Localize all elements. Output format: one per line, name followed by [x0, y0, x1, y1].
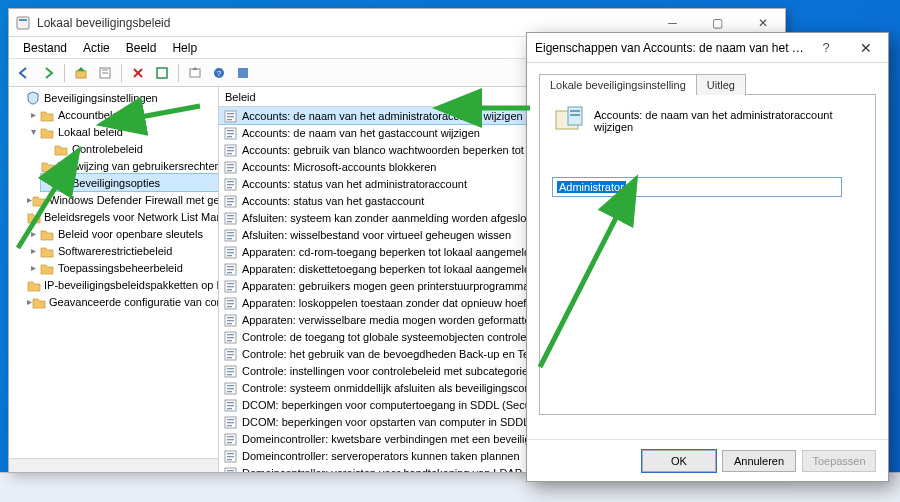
tree-item[interactable]: IP-beveiligingsbeleidspakketten op Lo…: [27, 276, 218, 293]
props-icon[interactable]: [94, 62, 116, 84]
expander-icon[interactable]: ▸: [27, 228, 39, 239]
main-title: Lokaal beveiligingsbeleid: [37, 16, 650, 30]
menu-view[interactable]: Beeld: [118, 39, 165, 57]
folder-icon: [27, 209, 41, 225]
svg-rect-30: [227, 181, 234, 182]
tree-subitem[interactable]: Controlebeleid: [41, 140, 218, 157]
expander-icon[interactable]: ▸: [27, 262, 39, 273]
svg-rect-44: [227, 238, 232, 239]
menu-action[interactable]: Actie: [75, 39, 118, 57]
help2-icon[interactable]: [232, 62, 254, 84]
policy-item-label: Apparaten: diskettetoegang beperken tot …: [242, 263, 550, 275]
policy-item-icon: [223, 295, 239, 311]
tree-item-label: Beleid voor openbare sleutels: [58, 228, 203, 240]
svg-rect-96: [227, 459, 232, 460]
svg-rect-80: [227, 391, 232, 392]
svg-rect-90: [227, 436, 234, 437]
tree-item[interactable]: ▸Windows Defender Firewall met geava…: [27, 191, 218, 208]
delete-icon[interactable]: [127, 62, 149, 84]
tab-local-security[interactable]: Lokale beveiligingsinstelling: [539, 74, 697, 95]
back-icon[interactable]: [13, 62, 35, 84]
tree-item[interactable]: ▸Beleid voor openbare sleutels: [27, 225, 218, 242]
tree-item-label: Windows Defender Firewall met geava…: [49, 194, 219, 206]
tree-scrollbar[interactable]: [9, 458, 218, 472]
dialog-titlebar[interactable]: Eigenschappen van Accounts: de naam van …: [527, 33, 888, 63]
policy-item-icon: [223, 261, 239, 277]
svg-rect-71: [227, 354, 234, 355]
expander-icon[interactable]: ▾: [27, 126, 39, 137]
tree-item[interactable]: ▸Toepassingsbeheerbeleid: [27, 259, 218, 276]
dialog-close-button[interactable]: ✕: [844, 40, 888, 56]
policy-item-icon: [223, 159, 239, 175]
help1-icon[interactable]: ?: [208, 62, 230, 84]
policy-item-icon: [223, 448, 239, 464]
svg-rect-34: [227, 198, 234, 199]
svg-rect-18: [227, 130, 234, 131]
expander-icon[interactable]: ▸: [27, 245, 39, 256]
svg-rect-67: [227, 337, 234, 338]
forward-icon[interactable]: [37, 62, 59, 84]
cancel-button[interactable]: Annuleren: [722, 450, 796, 472]
policy-icon: [552, 105, 584, 137]
svg-rect-50: [227, 266, 234, 267]
svg-rect-9: [190, 69, 200, 77]
folder-icon: [39, 226, 55, 242]
tree-item[interactable]: ▸Geavanceerde configuratie van contro…: [27, 293, 218, 310]
svg-rect-12: [238, 68, 248, 78]
tree-item[interactable]: ▾Lokaal beleid: [27, 123, 218, 140]
policy-item-icon: [223, 142, 239, 158]
tree-item[interactable]: ▸Accountbeleid: [27, 106, 218, 123]
svg-rect-31: [227, 184, 234, 185]
apply-button[interactable]: Toepassen: [802, 450, 876, 472]
folder-icon: [39, 243, 55, 259]
rename-admin-value: Administrator: [557, 181, 626, 193]
svg-rect-48: [227, 255, 232, 256]
up-icon[interactable]: [70, 62, 92, 84]
svg-rect-68: [227, 340, 232, 341]
policy-item-label: Apparaten: gebruikers mogen geen printer…: [242, 280, 548, 292]
policy-item-label: Domeincontroller: serveroperators kunnen…: [242, 450, 520, 462]
tree-subitem-label: Beveiligingsopties: [72, 177, 160, 189]
policy-item-label: Controle: de toegang tot globale systeem…: [242, 331, 542, 343]
expander-icon[interactable]: ▸: [27, 109, 39, 120]
ok-button[interactable]: OK: [642, 450, 716, 472]
svg-rect-92: [227, 442, 232, 443]
menu-help[interactable]: Help: [164, 39, 205, 57]
tree-subitem[interactable]: Beveiligingsopties: [41, 174, 218, 191]
tree-item[interactable]: ▸Softwarerestrictiebeleid: [27, 242, 218, 259]
svg-rect-59: [227, 303, 234, 304]
tree-item-label: Softwarerestrictiebeleid: [58, 245, 172, 257]
tree-item-label: Toepassingsbeheerbeleid: [58, 262, 183, 274]
shield-icon: [25, 90, 41, 106]
svg-rect-8: [157, 68, 167, 78]
folder-icon: [39, 260, 55, 276]
svg-rect-58: [227, 300, 234, 301]
svg-rect-64: [227, 323, 232, 324]
tree-root[interactable]: Beveiligingsinstellingen: [13, 89, 218, 106]
tab-explanation[interactable]: Uitleg: [696, 74, 746, 95]
svg-rect-26: [227, 164, 234, 165]
refresh-icon[interactable]: [151, 62, 173, 84]
properties-dialog: Eigenschappen van Accounts: de naam van …: [526, 32, 889, 482]
tree-subitem[interactable]: Toewijzing van gebruikersrechten: [41, 157, 218, 174]
svg-rect-108: [570, 114, 580, 116]
menu-file[interactable]: Bestand: [15, 39, 75, 57]
app-icon: [15, 15, 31, 31]
tree-pane[interactable]: Beveiligingsinstellingen▸Accountbeleid▾L…: [9, 87, 219, 472]
policy-item-label: Controle: systeem onmiddellijk afsluiten…: [242, 382, 548, 394]
tree-item[interactable]: Beleidsregels voor Network List Manag…: [27, 208, 218, 225]
policy-item-label: Accounts: status van het gastaccount: [242, 195, 424, 207]
policy-item-label: Accounts: de naam van het administratora…: [242, 110, 523, 122]
svg-rect-20: [227, 136, 232, 137]
tree-root-label: Beveiligingsinstellingen: [44, 92, 158, 104]
export-icon[interactable]: [184, 62, 206, 84]
policy-item-icon: [223, 227, 239, 243]
svg-rect-87: [227, 422, 234, 423]
rename-admin-input[interactable]: Administrator: [552, 177, 842, 197]
svg-rect-47: [227, 252, 234, 253]
svg-rect-79: [227, 388, 234, 389]
policy-item-label: Accounts: gebruik van blanco wachtwoorde…: [242, 144, 544, 156]
policy-item-icon: [223, 278, 239, 294]
dialog-help-button[interactable]: ?: [808, 40, 844, 55]
svg-rect-54: [227, 283, 234, 284]
